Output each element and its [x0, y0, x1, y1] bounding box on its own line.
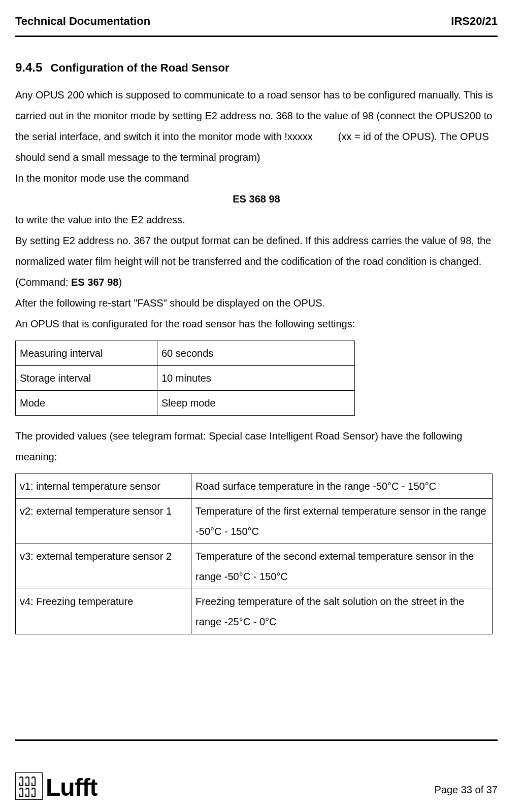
table-row: Storage interval 10 minutes — [16, 366, 355, 391]
values-table: v1: internal temperature sensor Road sur… — [15, 473, 493, 634]
values-label: v3: external temperature sensor 2 — [16, 544, 191, 589]
brand-logo: Lufft — [15, 772, 97, 800]
settings-label: Mode — [16, 391, 157, 416]
settings-label: Measuring interval — [16, 341, 157, 366]
section-heading: 9.4.5 Configuration of the Road Sensor — [15, 55, 498, 80]
section-title-text: Configuration of the Road Sensor — [51, 61, 230, 74]
table-row: Measuring interval 60 seconds — [16, 341, 355, 366]
values-value: Freezing temperature of the salt solutio… — [191, 589, 493, 634]
settings-value: Sleep mode — [157, 391, 355, 416]
values-label: v2: external temperature sensor 1 — [16, 499, 191, 544]
settings-table: Measuring interval 60 seconds Storage in… — [15, 341, 355, 416]
values-label: v1: internal temperature sensor — [16, 474, 191, 499]
table-row: v3: external temperature sensor 2 Temper… — [16, 544, 493, 589]
page-footer: Lufft Page 33 of 37 — [15, 772, 498, 800]
footer-rule — [15, 739, 498, 741]
settings-value: 60 seconds — [157, 341, 355, 366]
paragraph-4: By setting E2 address no. 367 the output… — [15, 230, 498, 293]
table-row: v4: Freezing temperature Freezing temper… — [16, 589, 493, 634]
command-2: ES 367 98 — [71, 277, 118, 288]
paragraph-1: Any OPUS 200 which is supposed to commun… — [15, 85, 498, 168]
logo-text: Lufft — [46, 775, 97, 800]
values-value: Temperature of the second external tempe… — [191, 544, 493, 589]
settings-value: 10 minutes — [157, 366, 355, 391]
section-number: 9.4.5 — [15, 60, 42, 74]
table-row: v2: external temperature sensor 1 Temper… — [16, 499, 493, 544]
values-label: v4: Freezing temperature — [16, 589, 191, 634]
header-right: IRS20/21 — [451, 10, 498, 32]
paragraph-3: to write the value into the E2 address. — [15, 210, 498, 230]
table-row: v1: internal temperature sensor Road sur… — [16, 474, 493, 499]
settings-label: Storage interval — [16, 366, 157, 391]
command-1: ES 368 98 — [15, 189, 498, 210]
header-left: Technical Documentation — [15, 10, 150, 32]
logo-mark-icon — [15, 772, 43, 800]
para4-b: ) — [118, 277, 122, 288]
page-header: Technical Documentation IRS20/21 — [15, 10, 498, 37]
values-value: Temperature of the first external temper… — [191, 499, 493, 544]
page-number: Page 33 of 37 — [434, 780, 498, 800]
paragraph-5: After the following re-start "FASS" shou… — [15, 293, 498, 314]
paragraph-6: An OPUS that is configurated for the roa… — [15, 314, 498, 334]
paragraph-2: In the monitor mode use the command — [15, 168, 498, 189]
table-row: Mode Sleep mode — [16, 391, 355, 416]
paragraph-7: The provided values (see telegram format… — [15, 426, 498, 467]
values-value: Road surface temperature in the range -5… — [191, 474, 493, 499]
